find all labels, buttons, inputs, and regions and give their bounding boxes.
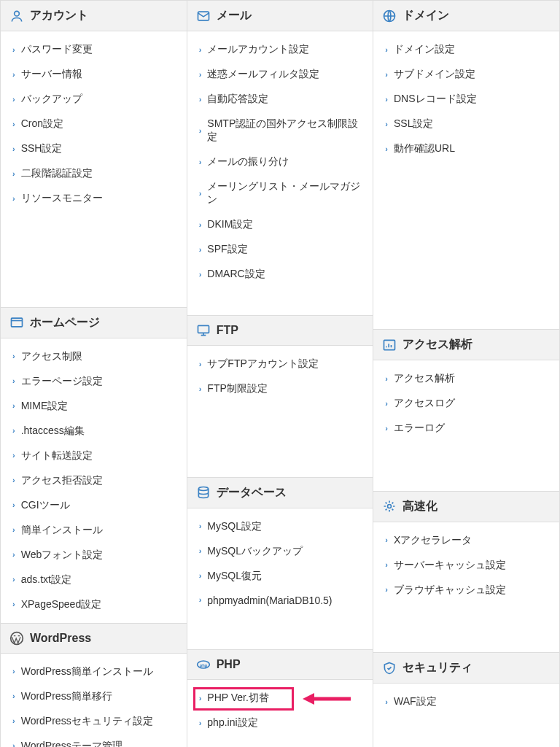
menu-item[interactable]: ›簡単インストール <box>1 518 187 543</box>
section-items: ›WordPress簡単インストール›WordPress簡単移行›WordPre… <box>1 654 187 748</box>
chevron-right-icon: › <box>385 145 388 153</box>
menu-item[interactable]: ›メールアカウント設定 <box>187 37 373 62</box>
menu-item-label: サーバー情報 <box>21 68 82 81</box>
menu-item[interactable]: ›MIME設定 <box>1 394 187 419</box>
menu-item-label: サイト転送設定 <box>21 449 93 462</box>
menu-item-label: DKIM設定 <box>207 218 253 231</box>
menu-item[interactable]: ›ドメイン設定 <box>373 37 559 62</box>
arrow-left-icon <box>301 692 352 706</box>
menu-item[interactable]: ›サイト転送設定 <box>1 444 187 468</box>
menu-item[interactable]: ›パスワード変更 <box>1 37 187 62</box>
menu-item[interactable]: ›Webフォント設定 <box>1 543 187 568</box>
menu-item[interactable]: ›SSH設定 <box>1 136 187 161</box>
menu-item-label: WordPress簡単移行 <box>21 690 112 703</box>
menu-item-label: 二段階認証設定 <box>21 167 93 180</box>
menu-item[interactable]: ›アクセス制限 <box>1 344 187 369</box>
menu-item[interactable]: ›MySQL設定 <box>187 514 373 539</box>
section-title: WordPress <box>30 632 91 645</box>
window-icon <box>9 315 24 330</box>
chevron-right-icon: › <box>199 246 202 254</box>
menu-item[interactable]: ›WordPress簡単移行 <box>1 684 187 709</box>
menu-item[interactable]: ›Xアクセラレータ <box>373 528 559 553</box>
menu-item[interactable]: ›アクセス解析 <box>373 366 559 391</box>
menu-item[interactable]: ›WordPressテーマ管理 <box>1 734 187 748</box>
menu-item[interactable]: ›SMTP認証の国外アクセス制限設定 <box>187 112 373 150</box>
chevron-right-icon: › <box>385 536 388 544</box>
menu-item[interactable]: ›メーリングリスト・メールマガジン <box>187 174 373 212</box>
menu-item[interactable]: ›二段階認証設定 <box>1 161 187 186</box>
menu-item[interactable]: ›DMARC設定 <box>187 262 373 287</box>
menu-item[interactable]: ›迷惑メールフィルタ設定 <box>187 62 373 87</box>
menu-item[interactable]: ›サーバーキャッシュ設定 <box>373 553 559 578</box>
section-header-php: phpPHP <box>187 650 374 680</box>
menu-item[interactable]: ›SPF設定 <box>187 237 373 262</box>
section-header-ftp: FTP <box>187 316 374 346</box>
section-items: ›アクセス制限›エラーページ設定›MIME設定›.htaccess編集›サイト転… <box>1 338 187 624</box>
menu-item[interactable]: ›php.ini設定 <box>187 711 373 735</box>
menu-item[interactable]: ›ブラウザキャッシュ設定 <box>373 578 559 603</box>
menu-item-label: phpmyadmin(MariaDB10.5) <box>207 595 332 606</box>
menu-item[interactable]: ›サーバー情報 <box>1 62 187 87</box>
menu-item-label: CGIツール <box>21 499 70 512</box>
chevron-right-icon: › <box>385 425 388 433</box>
chevron-right-icon: › <box>12 145 15 153</box>
menu-item[interactable]: ›WAF設定 <box>373 689 559 714</box>
section-items: ›サブFTPアカウント設定›FTP制限設定 <box>187 346 374 477</box>
section-header-homepage: ホームページ <box>1 308 187 338</box>
menu-item[interactable]: ›FTP制限設定 <box>187 376 373 401</box>
database-icon <box>196 485 211 500</box>
menu-item[interactable]: ›PHP Ver.切替 <box>187 686 373 711</box>
menu-item-label: Cron設定 <box>21 117 63 131</box>
chevron-right-icon: › <box>199 360 202 368</box>
menu-item[interactable]: ›CGIツール <box>1 493 187 518</box>
chevron-right-icon: › <box>199 572 202 580</box>
menu-item[interactable]: ›自動応答設定 <box>187 87 373 112</box>
menu-item-label: MySQL復元 <box>207 570 262 583</box>
svg-point-0 <box>15 11 20 16</box>
menu-item[interactable]: ›SSL設定 <box>373 112 559 136</box>
chevron-right-icon: › <box>385 561 388 569</box>
menu-item[interactable]: ›リソースモニター <box>1 186 187 211</box>
menu-item[interactable]: ›エラーページ設定 <box>1 369 187 394</box>
settings-column: アカウント›パスワード変更›サーバー情報›バックアップ›Cron設定›SSH設定… <box>1 1 187 747</box>
menu-item[interactable]: ›Cron設定 <box>1 112 187 136</box>
chevron-right-icon: › <box>12 551 15 559</box>
menu-item[interactable]: ›アクセス拒否設定 <box>1 468 187 493</box>
menu-item[interactable]: ›アクセスログ <box>373 391 559 416</box>
menu-item[interactable]: ›WordPressセキュリティ設定 <box>1 709 187 734</box>
section-items: ›Xアクセラレータ›サーバーキャッシュ設定›ブラウザキャッシュ設定 <box>373 522 560 653</box>
shield-icon <box>382 661 397 676</box>
menu-item[interactable]: ›WordPress簡単インストール <box>1 659 187 684</box>
chevron-right-icon: › <box>199 190 202 198</box>
section-items: ›アクセス解析›アクセスログ›エラーログ <box>373 360 560 491</box>
chevron-right-icon: › <box>385 586 388 594</box>
menu-item[interactable]: ›エラーログ <box>373 416 559 441</box>
menu-item-label: PHP Ver.切替 <box>207 692 269 705</box>
menu-item-label: DMARC設定 <box>207 268 265 281</box>
chevron-right-icon: › <box>199 385 202 393</box>
section-items: ›パスワード変更›サーバー情報›バックアップ›Cron設定›SSH設定›二段階認… <box>1 31 187 308</box>
menu-item[interactable]: ›MySQL復元 <box>187 564 373 589</box>
chart-icon <box>382 338 397 352</box>
globe-icon <box>382 9 397 23</box>
menu-item-label: Xアクセラレータ <box>394 534 472 547</box>
menu-item[interactable]: ›サブFTPアカウント設定 <box>187 352 373 376</box>
menu-item[interactable]: ›MySQLバックアップ <box>187 539 373 564</box>
menu-item[interactable]: ›サブドメイン設定 <box>373 62 559 87</box>
menu-item[interactable]: ›DKIM設定 <box>187 212 373 237</box>
menu-item-label: MySQLバックアップ <box>207 545 303 558</box>
wordpress-icon <box>9 631 24 646</box>
chevron-right-icon: › <box>385 375 388 383</box>
menu-item[interactable]: ›ads.txt設定 <box>1 568 187 592</box>
menu-item[interactable]: ›.htaccess編集 <box>1 419 187 444</box>
menu-item[interactable]: ›phpmyadmin(MariaDB10.5) <box>187 589 373 612</box>
chevron-right-icon: › <box>12 501 15 509</box>
menu-item[interactable]: ›メールの振り分け <box>187 150 373 174</box>
menu-item[interactable]: ›XPageSpeed設定 <box>1 592 187 617</box>
menu-item[interactable]: ›動作確認URL <box>373 136 559 161</box>
menu-item[interactable]: ›DNSレコード設定 <box>373 87 559 112</box>
php-icon: php <box>196 657 211 672</box>
menu-item[interactable]: ›バックアップ <box>1 87 187 112</box>
section-items: ›WAF設定 <box>373 684 560 747</box>
section-header-domain: ドメイン <box>373 1 560 31</box>
